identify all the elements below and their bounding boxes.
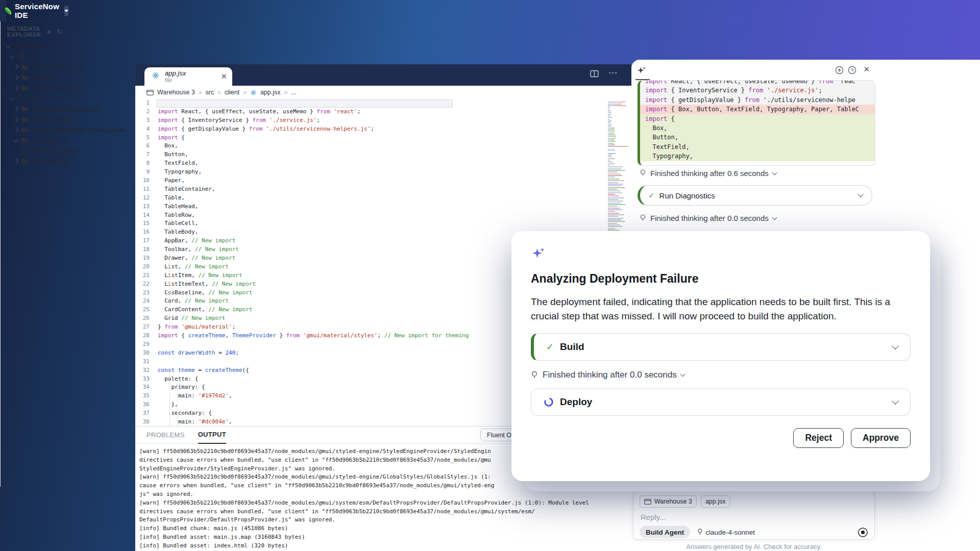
split-editor-icon[interactable]	[590, 70, 599, 80]
window-icon	[644, 499, 651, 505]
add-chat-icon[interactable]	[835, 66, 844, 77]
breadcrumb-item[interactable]: src	[206, 89, 214, 96]
lightbulb-icon	[640, 169, 646, 177]
context-chip-app-jsx[interactable]: app.jsx	[701, 495, 730, 508]
tree-item-label: Data	[28, 53, 42, 60]
code-line: 14 TableRow,	[135, 211, 631, 220]
context-chip-warehouse-3[interactable]: Warehouse 3	[640, 495, 697, 508]
line-number: 27	[135, 323, 158, 332]
reply-input[interactable]	[640, 512, 870, 522]
diff-line-added: Typography,	[640, 152, 875, 161]
breadcrumb-separator: >	[284, 89, 288, 95]
tree-item-label: Warehouse 3	[14, 42, 54, 50]
line-number: 31	[135, 358, 158, 366]
thinking-label: Finished thinking after 0.0 seconds	[650, 214, 769, 222]
chevron-down-icon	[772, 170, 777, 175]
line-number: 12	[135, 194, 158, 203]
thinking-status-row[interactable]: Finished thinking after 0.0 seconds	[640, 214, 776, 222]
stop-generation-icon[interactable]	[857, 527, 868, 538]
code-line: 7 Button,	[135, 151, 631, 159]
refresh-icon[interactable]: ↻	[57, 28, 63, 35]
thinking-status-row[interactable]: Finished thinking after 0.0 seconds	[531, 370, 911, 380]
deployment-analysis-modal: Analyzing Deployment Failure The deploym…	[511, 231, 930, 481]
app-menu-dropdown[interactable]	[64, 6, 68, 16]
line-number: 29	[135, 340, 158, 349]
build-step-label: Build	[560, 341, 893, 353]
line-number: 9	[135, 168, 158, 177]
folder-icon	[21, 137, 28, 143]
react-file-icon	[250, 89, 257, 96]
chevron-right-icon	[13, 127, 18, 133]
code-line: 6 Box,	[135, 142, 631, 151]
line-number: 5	[135, 134, 158, 142]
spinner-icon	[544, 397, 554, 407]
add-icon[interactable]: +	[46, 28, 52, 36]
line-number: 32	[135, 366, 158, 375]
chevron-down-icon	[5, 42, 11, 48]
tree-item-label: UX Asset (2)	[32, 157, 69, 165]
run-diagnostics-step[interactable]: ✓ Run Diagnostics	[638, 185, 872, 206]
breadcrumb-item[interactable]: Warehouse 3	[157, 89, 195, 96]
chevron-right-icon	[13, 85, 18, 91]
tree-item-label: Form Section (1)	[32, 63, 82, 71]
chevron-right-icon	[13, 64, 18, 70]
folder-icon	[21, 74, 28, 80]
indent-guide	[169, 142, 170, 323]
line-number: 10	[135, 177, 158, 185]
tab-output[interactable]: OUTPUT	[198, 426, 226, 444]
line-number: 3	[135, 116, 158, 125]
deploy-step-dropdown[interactable]: Deploy	[531, 388, 911, 416]
chevron-down-icon	[772, 215, 777, 220]
model-name: claude-4-sonnet	[705, 529, 755, 536]
thinking-status-row[interactable]: Finished thinking after 0.6 seconds	[640, 169, 776, 178]
thinking-label: Finished thinking after 0.6 seconds	[650, 169, 769, 178]
line-number: 25	[135, 306, 158, 314]
folder-icon	[21, 158, 28, 164]
history-icon[interactable]	[848, 66, 856, 77]
folder-icon	[21, 64, 28, 70]
diff-line-context: import { InventoryService } from './serv…	[640, 86, 875, 95]
breadcrumb-item[interactable]: ...	[291, 89, 296, 96]
diff-line-context: import { getDisplayValue } from './utils…	[640, 95, 875, 105]
model-selector[interactable]: claude-4-sonnet	[697, 529, 755, 536]
servicenow-logo-icon	[4, 6, 12, 15]
approve-button[interactable]: Approve	[851, 428, 911, 448]
reject-button[interactable]: Reject	[793, 428, 844, 448]
indent-guide	[177, 384, 178, 426]
tab-problems[interactable]: PROBLEMS	[146, 427, 185, 443]
build-step-dropdown[interactable]: ✓ Build	[531, 333, 911, 361]
log-line: js" was ignored.	[139, 490, 631, 499]
lightbulb-icon	[640, 214, 646, 222]
file-icon	[18, 95, 23, 102]
folder-icon	[21, 116, 28, 122]
chevron-down-icon	[13, 137, 18, 142]
folder-icon	[21, 106, 28, 112]
tab-app-jsx[interactable]: app.jsx file ✕	[144, 67, 232, 86]
react-file-icon	[152, 71, 160, 82]
chevron-right-icon	[13, 116, 18, 122]
breadcrumb-item[interactable]: client	[225, 89, 239, 96]
diff-line-added: TextField,	[640, 142, 875, 152]
chevron-down-icon	[9, 95, 15, 101]
check-icon: ✓	[648, 191, 655, 200]
window-icon	[146, 90, 154, 95]
metadata-explorer-sidebar: ServiceNow IDE METADATA EXPLORER + ↻ War…	[0, 0, 1, 487]
tree-item-label: inventory_page	[31, 147, 77, 155]
more-options-icon[interactable]: ⋯	[608, 67, 617, 78]
code-line: 13 TableHead,	[135, 203, 631, 211]
agent-chip[interactable]: Build Agent	[640, 526, 690, 538]
code-line: 9 Typography,	[135, 168, 631, 177]
close-tab-icon[interactable]: ✕	[220, 72, 227, 81]
tree-item-label: Table Subscription Configuratio...	[32, 126, 131, 134]
breadcrumb-item[interactable]: app.jsx	[260, 89, 281, 96]
chevron-down-icon	[857, 191, 863, 197]
reply-composer[interactable]: Warehouse 3app.jsx Build Agent claude-4-…	[633, 490, 875, 540]
diff-line-added: Button,	[640, 133, 875, 142]
line-number: 36	[135, 400, 158, 409]
close-panel-icon[interactable]: ✕	[863, 65, 870, 74]
folder-icon	[21, 127, 28, 133]
chevron-right-icon	[13, 106, 18, 112]
code-line: 2import React, { useEffect, useState, us…	[135, 108, 631, 116]
diff-line-added: Box,	[640, 123, 875, 133]
chevron-down-icon	[9, 53, 15, 59]
